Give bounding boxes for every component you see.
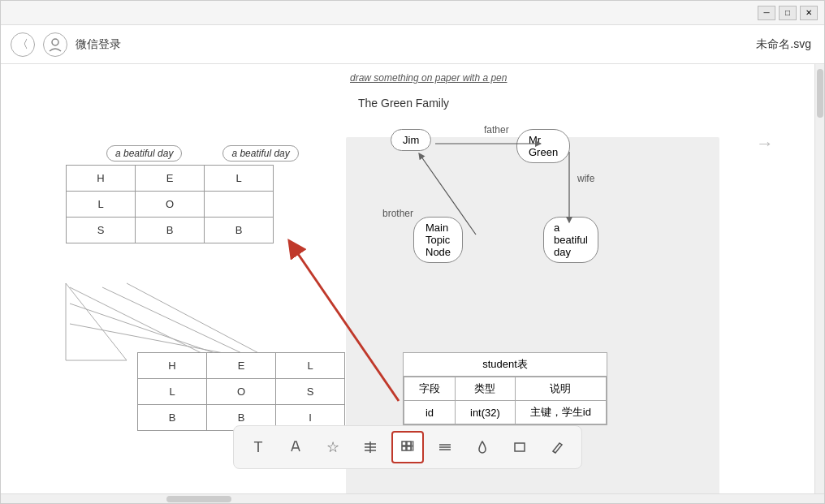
back-icon: 〈 bbox=[17, 37, 28, 52]
cell: O bbox=[207, 379, 276, 405]
table-bottom-group: H E L L O S B B I bbox=[137, 352, 345, 431]
svg-rect-23 bbox=[402, 442, 406, 446]
cell: E bbox=[207, 353, 276, 379]
table-row: H E L bbox=[67, 166, 274, 192]
drop-icon bbox=[475, 440, 490, 454]
cell: B bbox=[138, 405, 207, 431]
node-main-topic: Main Topic Node bbox=[413, 217, 463, 263]
cell-header: 字段 bbox=[404, 377, 456, 401]
canvas-area[interactable]: draw something on paper with a pen → a b… bbox=[1, 64, 814, 493]
svg-rect-24 bbox=[407, 442, 411, 446]
svg-rect-27 bbox=[412, 442, 413, 446]
node-jim: Jim bbox=[391, 129, 431, 151]
cell-type: int(32) bbox=[456, 401, 516, 424]
lines-tool-button[interactable] bbox=[429, 431, 461, 463]
bottom-toolbar: T ☆ bbox=[233, 425, 582, 469]
close-button[interactable]: ✕ bbox=[800, 6, 818, 20]
svg-rect-26 bbox=[407, 446, 411, 450]
pencil-tool-button[interactable] bbox=[541, 431, 573, 463]
table-row: 字段 类型 说明 bbox=[404, 377, 607, 401]
table-captions: a beatiful day a beatiful day bbox=[106, 145, 299, 162]
login-label[interactable]: 微信登录 bbox=[76, 37, 121, 52]
cell: S bbox=[276, 379, 345, 405]
caption-1: a beatiful day bbox=[106, 145, 182, 162]
star-tool-button[interactable]: ☆ bbox=[317, 431, 349, 463]
rect-icon bbox=[512, 440, 527, 454]
maximize-button[interactable]: □ bbox=[779, 6, 797, 20]
cell: L bbox=[67, 192, 136, 218]
scrollbar-bottom[interactable] bbox=[1, 493, 824, 503]
table-top-group: a beatiful day a beatiful day H E L L O bbox=[66, 145, 299, 243]
main-area: draw something on paper with a pen → a b… bbox=[1, 64, 824, 493]
table-row: L O bbox=[67, 192, 274, 218]
avatar bbox=[43, 32, 67, 57]
pen-icon bbox=[288, 440, 303, 454]
titlebar: ─ □ ✕ bbox=[1, 1, 824, 25]
scrollbar-right[interactable] bbox=[814, 64, 824, 493]
text-tool-button[interactable]: T bbox=[242, 431, 274, 463]
cell: L bbox=[138, 379, 207, 405]
table-top: H E L L O S B B bbox=[66, 165, 274, 243]
cell: E bbox=[136, 166, 205, 192]
header-left: 〈 微信登录 bbox=[11, 32, 121, 57]
table-row: L O S bbox=[138, 379, 345, 405]
svg-line-6 bbox=[127, 283, 265, 356]
cell: H bbox=[138, 353, 207, 379]
svg-rect-25 bbox=[402, 446, 406, 450]
back-button[interactable]: 〈 bbox=[11, 32, 35, 57]
table-row: id int(32) 主键，学生id bbox=[404, 401, 607, 424]
svg-rect-32 bbox=[515, 443, 525, 451]
table-row: S B B bbox=[67, 218, 274, 243]
family-diagram: The Green Family bbox=[358, 97, 449, 114]
cell: L bbox=[276, 353, 345, 379]
cell bbox=[205, 192, 274, 218]
caption-2: a beatiful day bbox=[222, 145, 298, 162]
minimize-button[interactable]: ─ bbox=[758, 6, 775, 20]
db-table: student表 字段 类型 说明 id int(32) 主键，学生id bbox=[403, 352, 607, 425]
pencil-icon bbox=[550, 440, 564, 454]
arrow-right-icon: → bbox=[756, 133, 774, 154]
main-window: ─ □ ✕ 〈 微信登录 未命名.svg draw something on p… bbox=[0, 0, 825, 504]
svg-line-33 bbox=[553, 451, 555, 453]
grid-tool-button[interactable] bbox=[391, 431, 424, 463]
align-icon bbox=[363, 440, 378, 454]
cell-desc: 主键，学生id bbox=[515, 401, 606, 424]
scrollbar-thumb-bottom[interactable] bbox=[166, 496, 231, 502]
table-bottom: H E L L O S B B I bbox=[137, 352, 345, 431]
table-row: H E L bbox=[138, 353, 345, 379]
lines-icon bbox=[438, 440, 452, 454]
cell: O bbox=[136, 192, 205, 218]
cell-id: id bbox=[404, 401, 456, 424]
header: 〈 微信登录 未命名.svg bbox=[1, 25, 824, 64]
align-tool-button[interactable] bbox=[354, 431, 387, 463]
drop-tool-button[interactable] bbox=[466, 431, 499, 463]
db-table-title: student表 bbox=[404, 353, 607, 377]
cell-header: 类型 bbox=[456, 377, 516, 401]
node-beatiful: a beatiful day bbox=[543, 217, 598, 263]
cell: B bbox=[205, 218, 274, 243]
family-title: The Green Family bbox=[358, 97, 449, 110]
rect-tool-button[interactable] bbox=[503, 431, 536, 463]
node-mrgreen: Mr Green bbox=[516, 129, 570, 163]
cell: L bbox=[205, 166, 274, 192]
scrollbar-thumb-right[interactable] bbox=[817, 69, 823, 118]
svg-point-0 bbox=[52, 39, 58, 45]
cell-header: 说明 bbox=[515, 377, 606, 401]
svg-line-3 bbox=[70, 304, 224, 356]
cell: S bbox=[67, 218, 136, 243]
draw-hint: draw something on paper with a pen bbox=[350, 72, 507, 84]
titlebar-buttons: ─ □ ✕ bbox=[758, 6, 818, 20]
db-table-content: 字段 类型 说明 id int(32) 主键，学生id bbox=[404, 377, 607, 424]
grid-icon bbox=[400, 440, 415, 454]
cell: H bbox=[67, 166, 136, 192]
pen-tool-button[interactable] bbox=[279, 431, 312, 463]
avatar-icon bbox=[48, 37, 63, 52]
svg-rect-28 bbox=[412, 446, 413, 450]
file-name: 未命名.svg bbox=[756, 37, 811, 52]
svg-text:father: father bbox=[484, 124, 509, 136]
cell: B bbox=[136, 218, 205, 243]
